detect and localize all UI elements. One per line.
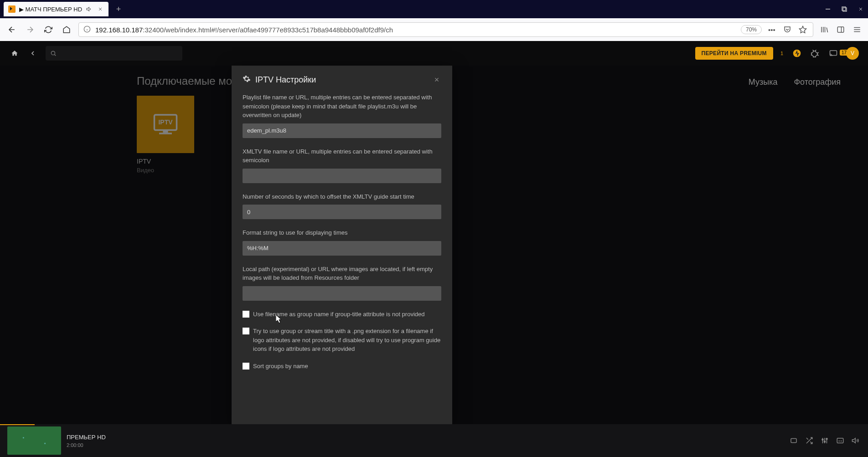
library-icon[interactable] — [819, 24, 830, 35]
avatar-badge: 17 — [840, 50, 848, 56]
plex-home-icon[interactable] — [9, 48, 20, 59]
more-icon[interactable]: ••• — [766, 24, 777, 35]
library-tabs: Музыка Фотография — [749, 77, 841, 87]
player-info: ПРЕМЬЕР HD 2:00:00 — [67, 434, 106, 448]
browser-titlebar: ▶ МАТЧ ПРЕМЬЕР HD + — [0, 0, 868, 18]
browser-tab[interactable]: ▶ МАТЧ ПРЕМЬЕР HD — [4, 2, 108, 16]
svg-rect-0 — [842, 7, 846, 10]
modal-close-button[interactable]: × — [432, 75, 441, 84]
maximize-icon[interactable] — [841, 5, 848, 13]
svg-rect-11 — [791, 439, 796, 443]
playlist-input[interactable] — [243, 123, 441, 138]
svg-rect-1 — [843, 8, 847, 11]
premium-button[interactable]: ПЕРЕЙТИ НА PREMIUM — [695, 47, 773, 60]
player-progress[interactable] — [0, 424, 35, 425]
sort-groups-checkbox[interactable] — [243, 363, 249, 370]
browser-toolbar: 192.168.10.187:32400/web/index.html#!/se… — [0, 18, 868, 41]
plex-search[interactable] — [46, 46, 182, 61]
offset-label: Number of seconds by which to offset the… — [243, 192, 441, 201]
window-close-icon[interactable] — [857, 5, 864, 13]
menu-icon[interactable] — [852, 24, 863, 35]
sidebar-icon[interactable] — [835, 24, 846, 35]
pocket-icon[interactable] — [782, 24, 793, 35]
try-group-label: Try to use group or stream title with a … — [253, 327, 441, 354]
modal-title: IPTV Настройки — [255, 75, 316, 85]
tab-title: ▶ МАТЧ ПРЕМЬЕР HD — [19, 6, 82, 13]
search-icon — [50, 50, 57, 56]
reload-button[interactable] — [42, 23, 55, 36]
localpath-input[interactable] — [243, 286, 441, 301]
content-area: Подключаемые моду IPTV IPTV Видео Музыка… — [0, 66, 868, 424]
svg-rect-15 — [837, 438, 843, 443]
equalizer-icon[interactable] — [820, 436, 830, 446]
player-title: ПРЕМЬЕР HD — [67, 434, 106, 441]
home-button[interactable] — [60, 23, 73, 36]
xmltv-input[interactable] — [243, 169, 441, 183]
nav-forward-button[interactable] — [24, 23, 36, 36]
subtitle-icon[interactable] — [835, 436, 845, 446]
svg-point-12 — [822, 439, 823, 440]
tab-music[interactable]: Музыка — [749, 77, 778, 87]
sort-groups-label: Sort groups by name — [253, 362, 308, 371]
try-group-checkbox[interactable] — [243, 328, 249, 334]
tab-group: ▶ МАТЧ ПРЕМЬЕР HD + — [4, 2, 125, 16]
plex-header: ПЕРЕЙТИ НА PREMIUM 1 17 V — [0, 41, 868, 66]
playlist-label: Playlist file name or URL, multiple entr… — [243, 93, 441, 120]
avatar[interactable]: 17 V — [846, 47, 859, 60]
use-filename-checkbox[interactable] — [243, 311, 249, 318]
bookmark-icon[interactable] — [797, 24, 808, 35]
shuffle-icon[interactable] — [804, 436, 814, 446]
settings-icon[interactable] — [810, 48, 821, 59]
player-bar: ПРЕМЬЕР HD 2:00:00 — [0, 424, 868, 457]
plex-back-icon[interactable] — [27, 48, 38, 59]
activity-count: 1 — [780, 51, 783, 56]
nav-back-button[interactable] — [5, 23, 18, 36]
repeat-icon[interactable] — [789, 436, 799, 446]
activity-icon[interactable] — [791, 48, 802, 59]
audio-icon[interactable] — [86, 5, 93, 13]
xmltv-label: XMLTV file name or URL, multiple entries… — [243, 147, 441, 165]
url-text: 192.168.10.187:32400/web/index.html#!/se… — [95, 26, 736, 34]
gear-icon — [243, 75, 251, 85]
svg-rect-6 — [830, 51, 837, 56]
plex-favicon-icon — [8, 5, 16, 13]
cast-icon[interactable] — [828, 48, 839, 59]
window-controls — [824, 5, 864, 13]
volume-icon[interactable] — [851, 436, 861, 446]
info-icon[interactable] — [83, 26, 91, 34]
svg-point-14 — [826, 438, 827, 440]
offset-input[interactable] — [243, 205, 441, 219]
player-thumbnail[interactable] — [7, 426, 61, 455]
settings-modal: IPTV Настройки × Playlist file name or U… — [232, 66, 452, 424]
use-filename-label: Use filename as group name if group-titl… — [253, 310, 424, 319]
tab-photo[interactable]: Фотография — [794, 77, 841, 87]
minimize-icon[interactable] — [824, 5, 832, 13]
new-tab-button[interactable]: + — [112, 3, 125, 15]
svg-rect-3 — [837, 27, 844, 32]
svg-point-4 — [51, 51, 55, 55]
close-icon[interactable] — [97, 5, 104, 13]
localpath-label: Local path (experimental) or URL where i… — [243, 265, 441, 282]
format-label: Format string to use for displaying time… — [243, 228, 441, 237]
svg-point-13 — [824, 441, 826, 442]
format-input[interactable] — [243, 241, 441, 256]
url-bar[interactable]: 192.168.10.187:32400/web/index.html#!/se… — [78, 22, 813, 37]
player-time: 2:00:00 — [67, 442, 106, 448]
zoom-badge[interactable]: 70% — [741, 25, 762, 34]
